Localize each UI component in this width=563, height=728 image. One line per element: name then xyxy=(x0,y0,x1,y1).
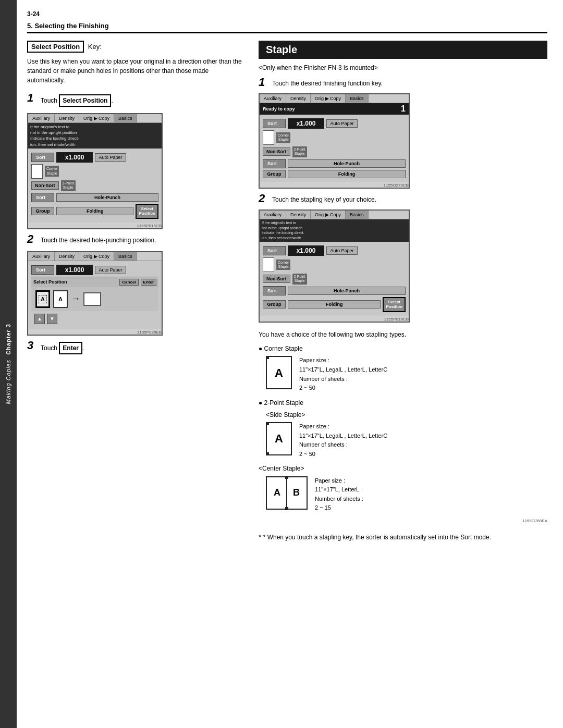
tab-auxiliary-1[interactable]: Auxiliary xyxy=(28,114,55,122)
corner-paper-label: Paper size : xyxy=(299,357,329,363)
arrow-up-btn[interactable]: ▲ xyxy=(34,314,45,324)
panel-1-row-2: CornerStaple xyxy=(31,164,158,179)
tab-density-2[interactable]: Density xyxy=(55,252,79,261)
two-column-layout: Select Position Key: Use this key when y… xyxy=(27,41,547,718)
corner-sheets-label: Number of sheets : xyxy=(299,376,348,382)
enter-btn[interactable]: Enter xyxy=(141,279,156,286)
r-select-pos-btn-2[interactable]: SelectPosition xyxy=(383,297,406,312)
r-panel-1-row-5: Group Folding xyxy=(263,170,406,178)
r-sort-btn-1b[interactable]: Sort xyxy=(263,159,286,168)
arrow-right: → xyxy=(71,293,80,304)
tab-density-1[interactable]: Density xyxy=(55,114,79,122)
r-corner-staple-btn-2[interactable]: CornerStaple xyxy=(276,260,290,270)
r-sort-btn-2b[interactable]: Sort xyxy=(263,286,286,295)
2pt-marker-tl xyxy=(266,422,269,425)
center-sheets-label: Number of sheets : xyxy=(315,496,363,502)
r-tab-density-1[interactable]: Density xyxy=(286,94,311,103)
r-doc-icon-1 xyxy=(263,130,274,145)
main-content: 3-24 5. Selecting the Finishing Select P… xyxy=(17,0,563,728)
r-non-sort-btn-2[interactable]: Non-Sort xyxy=(263,275,290,283)
step-1: 1 Touch Select Position. xyxy=(27,92,246,107)
2pt-staple-label: ● 2-Point Staple xyxy=(259,398,303,408)
staple-step-1-number: 1 xyxy=(259,77,268,88)
auto-paper-2[interactable]: Auto Paper xyxy=(95,266,126,274)
2pt-staple-doc: A xyxy=(266,422,292,455)
r-group-btn-2[interactable]: Group xyxy=(263,300,286,309)
r-folding-btn-1[interactable]: Folding xyxy=(288,170,406,178)
corner-doc-letter: A xyxy=(275,364,283,382)
arrow-down-btn[interactable]: ▼ xyxy=(47,314,57,324)
staple-step-2-text: Touch the stapling key of your choice. xyxy=(272,193,376,204)
r-tab-orig-copy-1[interactable]: Orig ▶ Copy xyxy=(311,94,346,103)
footer-note: * * When you touch a stapling key, the s… xyxy=(259,532,547,542)
corner-staple-label: ● Corner Staple xyxy=(259,344,303,354)
corner-staple-btn-1[interactable]: CornerStaple xyxy=(45,166,59,177)
select-position-heading: Select Position Key: xyxy=(27,41,246,53)
r-tab-auxiliary-1[interactable]: Auxiliary xyxy=(260,94,286,103)
folding-btn-1[interactable]: Folding xyxy=(56,207,133,215)
staple-title: Staple xyxy=(259,41,547,59)
hole-punch-btn-1[interactable]: Hole-Punch xyxy=(56,193,158,202)
footer-note-text: * When you touch a stapling key, the sor… xyxy=(263,534,491,541)
corner-staple-doc: A xyxy=(266,356,292,389)
auto-paper-1[interactable]: Auto Paper xyxy=(95,153,126,162)
r-panel-2-row-3: Non-Sort 2-PointStaple xyxy=(263,274,406,285)
non-sort-btn-1[interactable]: Non-Sort xyxy=(31,181,59,190)
r-tab-basics-1[interactable]: Basics xyxy=(346,94,369,103)
r-folding-btn-2[interactable]: Folding xyxy=(288,300,381,309)
center-line xyxy=(286,477,287,509)
step-3-key: Enter xyxy=(59,342,82,354)
right-panel-1-body: Sort x1.000 Auto Paper CornerStaple Non-… xyxy=(260,115,409,182)
panel-1: Auxiliary Density Orig ▶ Copy Basics If … xyxy=(27,113,163,229)
r-hole-punch-btn-1[interactable]: Hole-Punch xyxy=(288,159,406,168)
step-2-number: 2 xyxy=(27,233,36,245)
doc-choices: A A → xyxy=(31,287,158,311)
tab-basics-1[interactable]: Basics xyxy=(114,114,137,122)
select-pos-label: Select Position xyxy=(33,279,117,285)
r-non-sort-btn-1[interactable]: Non-Sort xyxy=(263,147,290,156)
corner-doc-box: A xyxy=(266,356,292,389)
ready-to-copy-bar: Ready to copy 1 xyxy=(260,103,409,115)
tab-basics-2[interactable]: Basics xyxy=(114,252,137,261)
r-corner-staple-btn-1[interactable]: CornerStaple xyxy=(276,132,290,143)
r-2pt-staple-btn-2[interactable]: 2-PointStaple xyxy=(292,274,307,285)
counter-1: x1.000 xyxy=(56,152,93,163)
tab-orig-copy-2[interactable]: Orig ▶ Copy xyxy=(79,252,114,261)
cancel-btn[interactable]: Cancel xyxy=(119,279,138,286)
tab-auxiliary-2[interactable]: Auxiliary xyxy=(28,252,55,261)
r-panel-1-code: 1155O270CB xyxy=(260,183,409,188)
r-sort-btn-1[interactable]: Sort xyxy=(263,119,286,128)
sort-btn-1[interactable]: Sort xyxy=(31,153,54,162)
tab-orig-copy-1[interactable]: Orig ▶ Copy xyxy=(79,114,114,122)
staple-code: 1155O768EA xyxy=(259,518,547,525)
r-tab-basics-2[interactable]: Basics xyxy=(346,211,369,219)
sort-btn-2[interactable]: Sort xyxy=(31,265,54,275)
r-panel-1-row-2: CornerStaple xyxy=(263,130,406,145)
r-2pt-staple-btn-1[interactable]: 2-PointStaple xyxy=(292,146,307,157)
ready-number: 1 xyxy=(401,104,406,114)
r-tab-orig-copy-2[interactable]: Orig ▶ Copy xyxy=(311,211,346,219)
r-panel-2-row-1: Sort x1.000 Auto Paper xyxy=(263,245,406,256)
doc-choice-a-dotted[interactable]: A xyxy=(35,290,50,308)
doc-choice-a-plain[interactable]: A xyxy=(53,290,68,308)
panel-1-row-1: Sort x1.000 Auto Paper xyxy=(31,152,158,163)
doc-choice-blank[interactable] xyxy=(83,292,101,306)
r-tab-auxiliary-2[interactable]: Auxiliary xyxy=(260,211,286,219)
r-panel-2-row-2: CornerStaple xyxy=(263,257,406,272)
sort-btn-1b[interactable]: Sort xyxy=(31,193,54,202)
group-btn-1[interactable]: Group xyxy=(31,207,54,215)
r-tab-density-2[interactable]: Density xyxy=(286,211,311,219)
step-3-pre: Touch xyxy=(41,344,59,352)
2pt-staple-btn-1[interactable]: 2-PointStaple xyxy=(61,180,76,191)
r-auto-paper-1[interactable]: Auto Paper xyxy=(326,119,358,128)
r-group-btn-1[interactable]: Group xyxy=(263,170,286,178)
r-doc-icon-2 xyxy=(263,257,274,272)
r-auto-paper-2[interactable]: Auto Paper xyxy=(326,246,358,255)
r-sort-btn-2[interactable]: Sort xyxy=(263,246,286,255)
2pt-marker-bl xyxy=(266,452,269,455)
r-hole-punch-btn-2[interactable]: Hole-Punch xyxy=(288,287,406,295)
right-panel-2-tabs: Auxiliary Density Orig ▶ Copy Basics xyxy=(260,211,409,219)
corner-staple-bullet: ● Corner Staple xyxy=(259,344,547,354)
right-panel-2-body: Sort x1.000 Auto Paper CornerStaple Non-… xyxy=(260,242,409,316)
select-pos-btn-1[interactable]: SelectPosition xyxy=(136,204,158,219)
